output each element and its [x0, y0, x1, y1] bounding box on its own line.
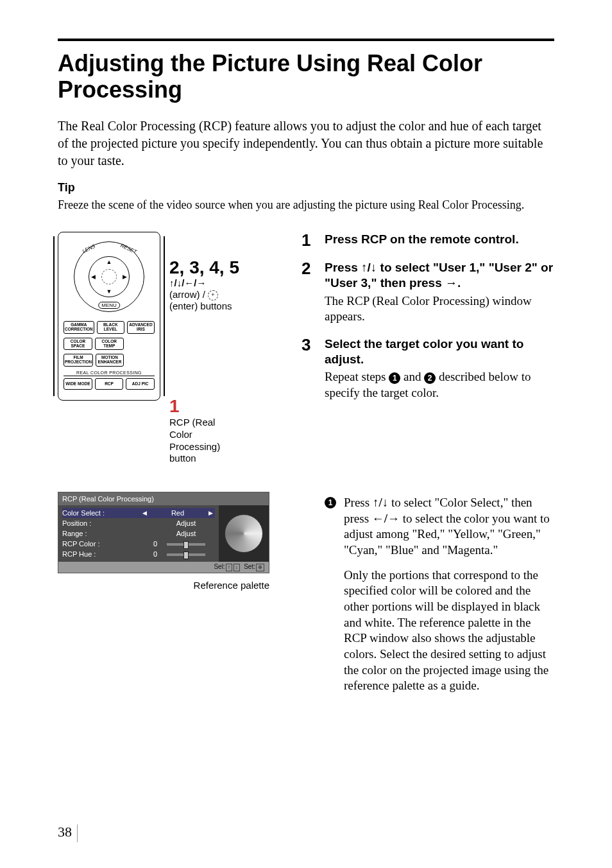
callout-a-numbers: 2, 3, 4, 5 — [169, 257, 239, 278]
wide-mode-button: WIDE MODE — [64, 378, 92, 390]
arrow-left-icon: ◀ — [91, 273, 96, 280]
button-row-4: WIDE MODE RCP ADJ PIC — [64, 378, 155, 390]
step-head: Select the target color you want to adju… — [325, 336, 554, 367]
osd-row-rcp-hue: RCP Hue : 0 — [62, 549, 215, 559]
rcp-divider-label: REAL COLOR PROCESSING — [64, 370, 155, 376]
dpad: LENS RESET ▲ ▼ ◀ ▶ MENU — [74, 241, 144, 312]
reference-palette-swatch — [225, 514, 263, 553]
tip-body: Freeze the scene of the video source whe… — [58, 197, 554, 213]
arrow-left-icon: ◀ — [140, 510, 149, 516]
osd-title: RCP (Real Color Processing) — [58, 492, 269, 505]
circled-1-icon: 1 — [389, 372, 400, 384]
slider-icon — [167, 543, 205, 546]
up-key-icon: ↑ — [226, 564, 232, 571]
arrow-right-icon: ▶ — [207, 510, 215, 516]
arrow-down-icon: ▼ — [106, 288, 112, 295]
callout-a-arrows: ↑/↓/←/→ — [169, 278, 239, 289]
section-rule — [58, 39, 554, 41]
intro-paragraph: The Real Color Processing (RCP) feature … — [58, 117, 554, 169]
step-number: 3 — [302, 336, 317, 401]
substep-1: 1 Press ↑/↓ to select "Color Select," th… — [325, 495, 554, 694]
remote-diagram: LENS RESET ▲ ▼ ◀ ▶ MENU GAMMA CORRECTION… — [58, 232, 282, 465]
substep-p2: Only the portions that correspond to the… — [344, 568, 554, 695]
leftright-arrows-icon: ←/→ — [372, 512, 400, 525]
callout-b-number: 1 — [169, 396, 239, 417]
button-row-3: FILM PROJECTION MOTION ENHANCER — [64, 354, 124, 367]
updown-arrows-icon: ↑/↓ — [361, 261, 377, 274]
callout-b-line4: button — [169, 453, 239, 465]
osd-row-color-select: Color Select : ◀ Red ▶ — [62, 508, 215, 518]
page-title: Adjusting the Picture Using Real Color P… — [58, 50, 554, 103]
osd-caption: Reference palette — [58, 580, 269, 591]
step-number: 2 — [302, 260, 317, 325]
step-head: Press ↑/↓ to select "User 1," "User 2" o… — [325, 260, 554, 291]
slider-icon — [167, 553, 205, 556]
advanced-iris-button: ADVANCED IRIS — [127, 321, 155, 334]
osd-row-rcp-color: RCP Color : 0 — [62, 539, 215, 549]
motion-enhancer-button: MOTION ENHANCER — [96, 354, 123, 367]
film-projection-button: FILM PROJECTION — [64, 354, 93, 367]
callout-b-line2: Color — [169, 429, 239, 441]
circled-2-icon: 2 — [424, 372, 436, 384]
step-body: The RCP (Real Color Processing) window a… — [325, 293, 554, 325]
reset-label: RESET — [120, 243, 138, 255]
step-2: 2 Press ↑/↓ to select "User 1," "User 2"… — [302, 260, 554, 325]
rcp-button: RCP — [95, 378, 124, 390]
arrow-right-icon: ▶ — [123, 273, 127, 280]
button-row-1: GAMMA CORRECTION BLACK LEVEL ADVANCED IR… — [64, 321, 155, 334]
tip-heading: Tip — [58, 181, 554, 195]
callout-b-line1: RCP (Real — [169, 417, 239, 429]
black-level-button: BLACK LEVEL — [97, 321, 124, 334]
step-body: Repeat steps 1 and 2 described below to … — [325, 369, 554, 401]
osd-row-position: Position : Adjust — [62, 518, 215, 528]
gamma-correction-button: GAMMA CORRECTION — [64, 321, 94, 334]
updown-arrows-icon: ↑/↓ — [373, 496, 388, 509]
substep-p1: Press ↑/↓ to select "Color Select," then… — [344, 495, 554, 559]
adj-pic-button: ADJ PIC — [126, 378, 155, 390]
circled-1-icon: 1 — [325, 497, 336, 508]
down-key-icon: ↓ — [234, 564, 240, 571]
right-arrow-icon: → — [445, 276, 457, 290]
menu-label: MENU — [98, 302, 120, 309]
rcp-osd-window: RCP (Real Color Processing) Color Select… — [58, 492, 269, 573]
enter-key-icon: ⊕ — [256, 564, 264, 571]
callout-a-line2: (enter) buttons — [169, 300, 239, 313]
color-space-button: COLOR SPACE — [64, 338, 92, 351]
step-number: 1 — [302, 232, 317, 248]
osd-figure: RCP (Real Color Processing) Color Select… — [58, 492, 282, 591]
arrow-up-icon: ▲ — [106, 259, 112, 265]
step-head: Press RCP on the remote control. — [325, 232, 519, 247]
step-3: 3 Select the target color you want to ad… — [302, 336, 554, 401]
remote-body: LENS RESET ▲ ▼ ◀ ▶ MENU GAMMA CORRECTION… — [58, 232, 160, 401]
enter-icon: + — [208, 290, 218, 300]
osd-footer: Sel:↑↓ Set:⊕ — [58, 562, 269, 573]
step-1: 1 Press RCP on the remote control. — [302, 232, 554, 248]
button-row-2: COLOR SPACE COLOR TEMP — [64, 338, 124, 351]
color-temp-button: COLOR TEMP — [95, 338, 124, 351]
remote-callouts: 2, 3, 4, 5 ↑/↓/←/→ (arrow) / + (enter) b… — [169, 232, 239, 465]
callout-a-line1: (arrow) / + — [169, 289, 239, 301]
callout-b-line3: Processing) — [169, 441, 239, 453]
lens-label: LENS — [81, 243, 96, 254]
osd-row-range: Range : Adjust — [62, 528, 215, 539]
page-number: 38 — [58, 824, 78, 842]
